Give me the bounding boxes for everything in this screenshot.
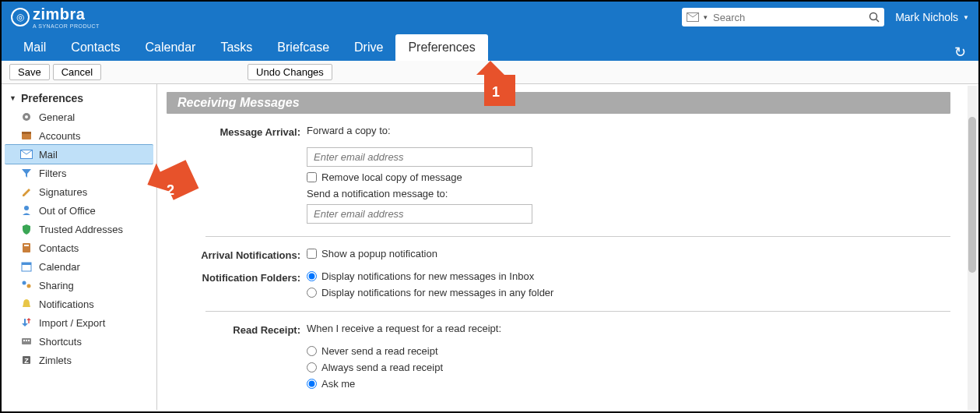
nav-drive[interactable]: Drive: [342, 34, 395, 61]
shield-icon: [20, 223, 33, 235]
receipt-never-radio[interactable]: [307, 346, 317, 356]
nav-mail[interactable]: Mail: [11, 34, 58, 61]
notif-inbox-radio[interactable]: [307, 271, 317, 281]
receipt-always-label: Always send a read receipt: [321, 362, 443, 373]
save-button[interactable]: Save: [9, 64, 50, 80]
refresh-icon[interactable]: ↻: [954, 44, 966, 61]
brand-logo: ◎ zimbra A SYNACOR PRODUCT: [11, 5, 100, 29]
sidebar-item-out-of-office[interactable]: Out of Office: [2, 201, 156, 220]
sidebar-item-shortcuts[interactable]: Shortcuts: [2, 332, 156, 351]
message-arrival-label: Message Arrival:: [167, 125, 307, 138]
sidebar-label: Filters: [39, 168, 66, 179]
read-receipt-intro: When I receive a request for a read rece…: [307, 323, 950, 334]
forward-copy-text: Forward a copy to:: [307, 125, 950, 136]
sidebar-item-filters[interactable]: Filters: [2, 164, 156, 182]
sidebar: ▼ Preferences General Accounts Mail Filt…: [2, 84, 157, 410]
svg-rect-18: [28, 340, 30, 341]
sidebar-item-notifications[interactable]: Notifications: [2, 295, 156, 313]
nav-preferences[interactable]: Preferences: [395, 34, 487, 61]
sidebar-label: Shortcuts: [39, 336, 82, 348]
sidebar-heading[interactable]: ▼ Preferences: [2, 89, 156, 108]
send-notification-text: Send a notification message to:: [307, 188, 950, 199]
mail-icon: [20, 148, 33, 161]
sidebar-label: General: [39, 111, 75, 123]
sidebar-label: Calendar: [39, 261, 80, 273]
sidebar-label: Trusted Addresses: [39, 224, 123, 235]
nav-briefcase[interactable]: Briefcase: [265, 34, 342, 61]
sidebar-item-contacts[interactable]: Contacts: [2, 238, 156, 257]
arrival-notifications-label: Arrival Notifications:: [167, 248, 307, 261]
gear-icon: [20, 111, 33, 123]
svg-text:Z: Z: [24, 357, 29, 365]
notification-folders-label: Notification Folders:: [167, 270, 307, 284]
nav-contacts[interactable]: Contacts: [58, 34, 132, 61]
sidebar-item-sharing[interactable]: Sharing: [2, 276, 156, 295]
cancel-button[interactable]: Cancel: [53, 64, 101, 80]
sidebar-label: Contacts: [39, 242, 79, 254]
sharing-icon: [20, 279, 33, 291]
search-icon[interactable]: [869, 12, 880, 23]
svg-point-14: [27, 284, 31, 288]
sidebar-label: Accounts: [39, 130, 80, 142]
shortcuts-icon: [20, 335, 33, 348]
sidebar-item-mail[interactable]: Mail: [5, 144, 153, 164]
sidebar-item-calendar[interactable]: Calendar: [2, 257, 156, 276]
content-pane: Receiving Messages Message Arrival: Forw…: [157, 84, 978, 410]
accounts-icon: [20, 129, 33, 142]
receipt-ask-radio[interactable]: [307, 379, 317, 389]
popup-notification-checkbox[interactable]: [307, 249, 317, 259]
svg-rect-12: [22, 263, 31, 265]
collapse-caret-icon: ▼: [9, 94, 16, 102]
sidebar-item-general[interactable]: General: [2, 108, 156, 126]
bell-icon: [20, 298, 33, 310]
svg-rect-9: [23, 243, 30, 252]
receipt-never-label: Never send a read receipt: [321, 345, 438, 357]
nav-calendar[interactable]: Calendar: [132, 34, 208, 61]
read-receipt-label: Read Receipt:: [167, 323, 307, 336]
svg-point-4: [25, 115, 28, 118]
toolbar: Save Cancel Undo Changes: [2, 61, 978, 84]
sidebar-label: Zimlets: [39, 355, 72, 366]
notification-email-input[interactable]: [307, 204, 532, 224]
svg-rect-6: [22, 132, 31, 134]
brand-tagline: A SYNACOR PRODUCT: [33, 23, 100, 29]
sidebar-label: Mail: [39, 149, 58, 161]
undo-changes-button[interactable]: Undo Changes: [248, 64, 332, 80]
notif-any-radio[interactable]: [307, 288, 317, 298]
svg-point-1: [870, 13, 877, 20]
divider: [205, 311, 950, 312]
top-bar: ◎ zimbra A SYNACOR PRODUCT ▼ Mark Nichol…: [2, 2, 978, 33]
svg-point-8: [24, 206, 29, 210]
import-export-icon: [20, 316, 33, 329]
sidebar-item-import-export[interactable]: Import / Export: [2, 313, 156, 332]
search-input[interactable]: [713, 12, 869, 23]
remove-local-checkbox[interactable]: [307, 172, 317, 182]
sidebar-item-accounts[interactable]: Accounts: [2, 126, 156, 145]
sidebar-item-signatures[interactable]: Signatures: [2, 182, 156, 201]
svg-rect-17: [26, 340, 27, 341]
chevron-down-icon: ▼: [963, 14, 969, 21]
chevron-down-icon[interactable]: ▼: [702, 14, 708, 21]
svg-point-13: [23, 281, 26, 285]
brand-name: zimbra: [33, 5, 85, 23]
sidebar-item-trusted[interactable]: Trusted Addresses: [2, 220, 156, 238]
scrollbar[interactable]: [968, 86, 977, 410]
contacts-icon: [20, 242, 33, 254]
scrollbar-thumb[interactable]: [968, 117, 976, 273]
nav-tasks[interactable]: Tasks: [208, 34, 265, 61]
svg-rect-16: [23, 340, 25, 341]
zimlets-icon: Z: [20, 354, 33, 366]
calendar-icon: [20, 260, 33, 273]
out-of-office-icon: [20, 204, 33, 217]
sidebar-item-zimlets[interactable]: Z Zimlets: [2, 351, 156, 369]
signatures-icon: [20, 185, 33, 198]
main-area: ▼ Preferences General Accounts Mail Filt…: [2, 84, 978, 410]
section-heading: Receiving Messages: [167, 92, 950, 114]
receipt-always-radio[interactable]: [307, 362, 317, 372]
user-menu[interactable]: Mark Nichols ▼: [895, 11, 969, 23]
receipt-ask-label: Ask me: [321, 378, 355, 390]
forward-email-input[interactable]: [307, 147, 532, 167]
search-box[interactable]: ▼: [682, 8, 884, 26]
envelope-icon: [687, 12, 702, 22]
sidebar-title: Preferences: [21, 92, 83, 104]
